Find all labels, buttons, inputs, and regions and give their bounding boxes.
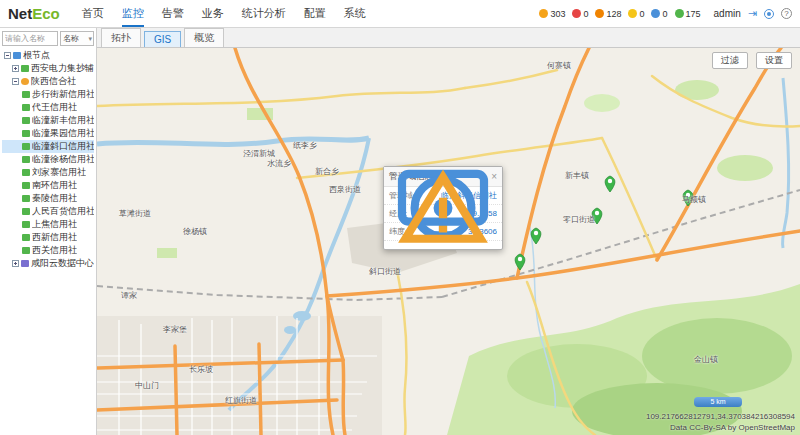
nav-config[interactable]: 配置	[304, 0, 326, 27]
tree-node-site[interactable]: 临潼新丰信用社	[2, 114, 94, 127]
tree-node-cloud-dc[interactable]: 咸阳云数据中心	[2, 257, 94, 270]
tree-node-site-selected[interactable]: 临潼斜口信用社	[2, 140, 94, 153]
tree-node-site[interactable]: 人民百货信用社	[2, 205, 94, 218]
expand-icon[interactable]	[12, 260, 19, 267]
tree-node-label: 临潼徐杨信用社	[32, 153, 94, 166]
current-user[interactable]: admin	[714, 8, 741, 19]
alarm-badge-minor[interactable]: 128	[595, 9, 621, 19]
node-icon	[22, 143, 30, 150]
node-icon	[22, 117, 30, 124]
nav-alarm[interactable]: 告警	[162, 0, 184, 27]
map-place-label: 徐杨镇	[183, 226, 207, 237]
map-place-label: 西泉街道	[329, 184, 361, 195]
map-place-label: 泾渭新城	[243, 148, 275, 159]
nav-system[interactable]: 系统	[344, 0, 366, 27]
nav-statistics[interactable]: 统计分析	[242, 0, 286, 27]
tree-node-label: 根节点	[23, 49, 50, 62]
node-icon	[22, 195, 30, 202]
alarm-warning-icon	[628, 9, 637, 18]
search-type-dropdown[interactable]: 名称	[60, 31, 94, 46]
alarm-minor-icon	[595, 9, 604, 18]
tree-node-site[interactable]: 临潼徐杨信用社	[2, 153, 94, 166]
tree-node-label: 临潼斜口信用社	[32, 140, 94, 153]
map-place-label: 长乐坡	[189, 364, 213, 375]
nav-monitor[interactable]: 监控	[122, 0, 144, 27]
tree-node-label: 南环信用社	[32, 179, 77, 192]
tree-node-label: 代王信用社	[32, 101, 77, 114]
tab-gis[interactable]: GIS	[144, 31, 181, 47]
logout-icon[interactable]: ⇥	[748, 8, 757, 19]
search-input[interactable]	[2, 31, 58, 46]
alarm-major-icon	[572, 9, 581, 18]
tree-node-label: 上焦信用社	[32, 218, 77, 231]
collapse-icon[interactable]	[12, 78, 19, 85]
tree-node-site[interactable]: 步行街新信用社	[2, 88, 94, 101]
map-place-label: 李家堡	[163, 324, 187, 335]
node-icon	[22, 182, 30, 189]
map-scale-bar: 5 km	[694, 397, 742, 407]
logo-net: Net	[8, 5, 32, 22]
map-attribution: Data CC-By-SA by OpenStreetMap	[670, 423, 795, 432]
popup-actions	[384, 241, 502, 249]
status-normal-count: 175	[686, 9, 701, 19]
tab-topology[interactable]: 拓扑	[101, 28, 141, 47]
gis-map[interactable]: 何寨镇 新丰镇 马额镇 零口街道 金山镇 西泉街道 新合乡 水流乡 纸李乡 泾渭…	[97, 48, 800, 435]
cursor-coordinates: 109.217662812791,34.370384216308594	[646, 412, 795, 421]
tree-node-site[interactable]: 临潼果园信用社	[2, 127, 94, 140]
alarm-info-icon	[651, 9, 660, 18]
main-nav: 首页 监控 告警 业务 统计分析 配置 系统	[82, 0, 384, 27]
status-badge-normal[interactable]: 175	[675, 9, 701, 19]
alarm-major-count: 0	[583, 9, 588, 19]
alarm-badge-info[interactable]: 0	[651, 9, 667, 19]
neteco-logo: NetEco	[8, 5, 60, 22]
collapse-icon[interactable]	[4, 52, 11, 59]
device-tree-sidebar: 名称 根节点 西安电力集抄辅 陕西信合社 步行街新信用社 代王信用社 临潼新丰信…	[0, 28, 97, 435]
tree-node-site[interactable]: 西关信用社	[2, 244, 94, 257]
user-icon[interactable]	[764, 9, 774, 19]
search-type-label: 名称	[63, 34, 79, 43]
map-place-label: 零口街道	[563, 214, 595, 225]
node-icon	[22, 208, 30, 215]
filter-button[interactable]: 过滤	[712, 52, 748, 69]
tree-node-label: 秦陵信用社	[32, 192, 77, 205]
tree-node-root[interactable]: 根节点	[2, 49, 94, 62]
tree-node-site[interactable]: 西新信用社	[2, 231, 94, 244]
alarm-badge-major[interactable]: 0	[572, 9, 588, 19]
node-icon	[22, 104, 30, 111]
tab-overview[interactable]: 概览	[184, 28, 224, 47]
map-place-label: 金山镇	[694, 354, 718, 365]
tree-node-site[interactable]: 南环信用社	[2, 179, 94, 192]
tree-node-label: 陕西信合社	[31, 75, 76, 88]
node-icon	[21, 65, 29, 72]
node-icon	[13, 52, 21, 59]
tree-node-label: 人民百货信用社	[32, 205, 94, 218]
tree-node-label: 西关信用社	[32, 244, 77, 257]
map-place-label: 何寨镇	[547, 60, 571, 71]
nav-business[interactable]: 业务	[202, 0, 224, 27]
tree-node-label: 咸阳云数据中心	[31, 257, 94, 270]
tree-node-site[interactable]: 代王信用社	[2, 101, 94, 114]
settings-button[interactable]: 设置	[756, 52, 792, 69]
tree-node-site[interactable]: 秦陵信用社	[2, 192, 94, 205]
map-place-label: 新合乡	[315, 166, 339, 177]
status-normal-icon	[675, 9, 684, 18]
help-icon[interactable]: ?	[781, 8, 792, 19]
nav-home[interactable]: 首页	[82, 0, 104, 27]
tree-search-row: 名称	[2, 31, 94, 46]
managed-object-tree: 根节点 西安电力集抄辅 陕西信合社 步行街新信用社 代王信用社 临潼新丰信用社 …	[2, 49, 94, 270]
alarm-badge-critical[interactable]: 303	[539, 9, 565, 19]
alarm-badge-warning[interactable]: 0	[628, 9, 644, 19]
tree-node-credit-group[interactable]: 陕西信合社	[2, 75, 94, 88]
tree-node-power-group[interactable]: 西安电力集抄辅	[2, 62, 94, 75]
map-place-label: 纸李乡	[293, 140, 317, 151]
logo-eco: Eco	[32, 5, 60, 22]
tree-node-site[interactable]: 上焦信用社	[2, 218, 94, 231]
expand-icon[interactable]	[12, 65, 19, 72]
map-place-label: 斜口街道	[369, 266, 401, 277]
map-place-label: 草滩街道	[119, 208, 151, 219]
tree-node-label: 临潼果园信用社	[32, 127, 94, 140]
tree-node-label: 西安电力集抄辅	[31, 62, 94, 75]
alarm-critical-count: 303	[550, 9, 565, 19]
tree-node-site[interactable]: 刘家寨信用社	[2, 166, 94, 179]
alarm-minor-count: 128	[606, 9, 621, 19]
